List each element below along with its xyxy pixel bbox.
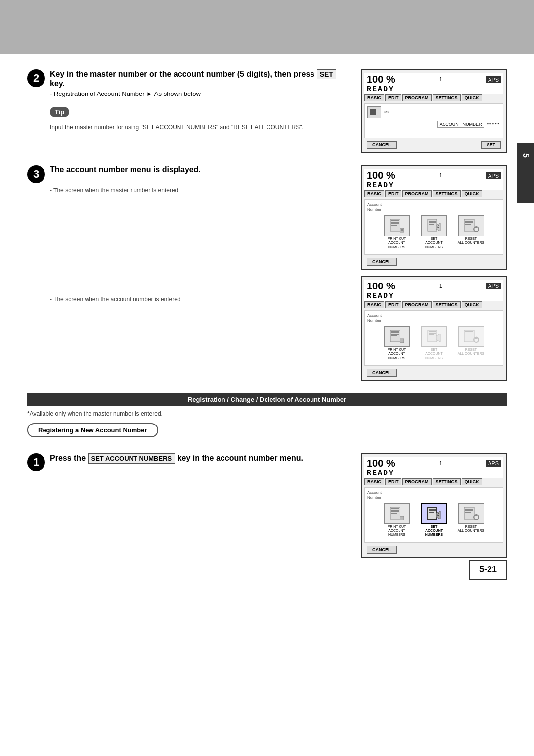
page-number: 5-21 (469, 560, 507, 580)
svg-rect-57 (465, 510, 473, 511)
reg-section: Registration / Change / Deletion of Acco… (27, 393, 507, 558)
svg-rect-33 (391, 335, 397, 336)
step3-s1-num: 1 (439, 173, 442, 178)
step2-screen-buttons: CANCEL SET (364, 140, 503, 150)
svg-rect-26 (465, 224, 471, 225)
svg-rect-31 (391, 332, 399, 333)
step2-ready: READY (367, 85, 501, 94)
svg-rect-25 (465, 222, 473, 223)
step1-cancel-btn[interactable]: CANCEL (367, 546, 397, 554)
step1-num: 1 (439, 461, 442, 466)
svg-rect-38 (429, 334, 434, 335)
svg-rect-45 (391, 510, 399, 511)
svg-rect-13 (391, 225, 397, 226)
step3-s1-icon-reset[interactable]: RESETALL COUNTERS (454, 215, 489, 249)
svg-rect-37 (429, 333, 436, 334)
svg-rect-5 (374, 111, 376, 113)
step3-s1-cancel[interactable]: CANCEL (367, 258, 397, 266)
svg-rect-44 (391, 508, 399, 509)
step3-s2-acct-text: AccountNumber (367, 313, 500, 324)
reg-header: Registration / Change / Deletion of Acco… (27, 393, 507, 406)
svg-rect-46 (391, 511, 399, 512)
step2-sub-note: - Registration of Account Number ► As sh… (50, 90, 351, 97)
step1-icons: PRINT OUTACCOUNT NUMBERS (367, 503, 500, 537)
step3-row: 3 The account number menu is displayed. (27, 165, 351, 183)
step3-text: The account number menu is displayed. (50, 165, 351, 176)
step2-tabs: BASIC EDIT PROGRAM SETTINGS QUICK (364, 94, 503, 101)
step3-s2-cancel[interactable]: CANCEL (367, 369, 397, 377)
tab-quick: QUICK (462, 94, 482, 101)
step2-account-label: ACCOUNT NUMBER (437, 121, 485, 128)
step1-screen-mock: 100 % 1 APS READY BASIC EDIT PROGRAM SET… (361, 453, 507, 558)
step1-circle: 1 (27, 453, 45, 471)
step2-set-btn[interactable]: SET (481, 141, 501, 149)
svg-rect-36 (429, 331, 436, 332)
step1-percent: 100 % (367, 458, 395, 469)
step2-section: 2 Key in the master number or the accoun… (27, 69, 507, 153)
svg-rect-18 (429, 221, 436, 222)
step1-icon-reset[interactable]: RESETALL COUNTERS (454, 503, 489, 537)
step3-s2-percent: 100 % (367, 281, 395, 292)
step1-ready: READY (367, 469, 501, 477)
step1-section: 1 Press the SET ACCOUNT NUMBERS key in t… (27, 453, 507, 558)
tip-content: Input the master number for using "SET A… (50, 123, 351, 132)
step2-circle: 2 (27, 69, 45, 87)
step3-s1-icons: PRINT OUTACCOUNT NUMBERS (367, 215, 500, 249)
step3-title: The account number menu is displayed. (50, 165, 351, 174)
step3-s2-num: 1 (439, 284, 442, 289)
svg-rect-24 (465, 221, 473, 222)
svg-rect-7 (372, 113, 374, 115)
svg-rect-8 (374, 113, 376, 115)
step3-s1-percent: 100 % (367, 170, 395, 181)
step2-aps: APS (486, 76, 501, 83)
side-tab: 5 (517, 143, 534, 203)
step2-num: 1 (439, 77, 442, 82)
step3-s2-icons: PRINT OUTACCOUNT NUMBERS (367, 326, 500, 360)
svg-rect-10 (391, 220, 399, 221)
step3-s1-icon-print[interactable]: PRINT OUTACCOUNT NUMBERS (380, 215, 414, 249)
svg-rect-6 (370, 113, 372, 115)
svg-rect-52 (429, 512, 434, 513)
step2-screen: 100 % 1 APS READY BASIC EDIT PROGRAM SET… (361, 69, 507, 153)
svg-rect-4 (372, 111, 374, 113)
step1-icon-set[interactable]: SETACCOUNT NUMBERS (417, 503, 451, 537)
svg-rect-2 (374, 109, 376, 111)
step1-row: 1 Press the SET ACCOUNT NUMBERS key in t… (27, 453, 351, 471)
step1-set-key: SET ACCOUNT NUMBERS (88, 453, 176, 464)
reg-note: *Available only when the master number i… (27, 410, 507, 417)
svg-rect-1 (372, 109, 374, 111)
registering-sub-header: Registering a New Account Number (27, 423, 158, 437)
step3-note2: - The screen when the account number is … (50, 296, 351, 303)
step3-s2-buttons: CANCEL (364, 368, 503, 378)
svg-rect-56 (465, 509, 473, 510)
svg-rect-30 (391, 331, 399, 332)
svg-rect-50 (429, 509, 436, 510)
step3-s2-icon-print[interactable]: PRINT OUTACCOUNT NUMBERS (380, 326, 414, 360)
step3-s1-ready: READY (367, 181, 501, 189)
step1-title: Press the SET ACCOUNT NUMBERS key in the… (50, 453, 351, 464)
step1-icon-print[interactable]: PRINT OUTACCOUNT NUMBERS (380, 503, 414, 537)
svg-marker-48 (400, 516, 404, 520)
step1-screen-buttons: CANCEL (364, 545, 503, 555)
step3-note1: - The screen when the master number is e… (50, 187, 351, 194)
step1-screen: 100 % 1 APS READY BASIC EDIT PROGRAM SET… (361, 453, 507, 558)
tip-label: Tip (50, 107, 69, 117)
step3-s2-icon-reset[interactable]: RESETALL COUNTERS (454, 326, 489, 360)
tab-basic: BASIC (364, 94, 384, 101)
svg-rect-11 (391, 222, 399, 223)
step3-s1-tabs: BASIC EDIT PROGRAM SETTINGS QUICK (364, 190, 503, 197)
svg-rect-19 (429, 222, 436, 223)
step3-screens: 100 % 1 APS READY BASIC EDIT PROGRAM SET… (361, 165, 507, 381)
step1-tabs: BASIC EDIT PROGRAM SETTINGS QUICK (364, 478, 503, 485)
svg-rect-47 (391, 513, 397, 514)
step2-title: Key in the master number or the account … (50, 69, 351, 88)
step3-s1-buttons: CANCEL (364, 257, 503, 267)
step2-left: 2 Key in the master number or the accoun… (27, 69, 351, 153)
step2-account-value: ***** (487, 122, 500, 127)
step2-cancel-btn[interactable]: CANCEL (367, 141, 397, 149)
step2-screen-mock: 100 % 1 APS READY BASIC EDIT PROGRAM SET… (361, 69, 507, 153)
svg-rect-40 (465, 331, 473, 332)
step3-s2-icon-set[interactable]: SETACCOUNT NUMBERS (417, 326, 451, 360)
step3-s1-icon-set[interactable]: SETACCOUNT NUMBERS (417, 215, 451, 249)
step2-row: 2 Key in the master number or the accoun… (27, 69, 351, 99)
